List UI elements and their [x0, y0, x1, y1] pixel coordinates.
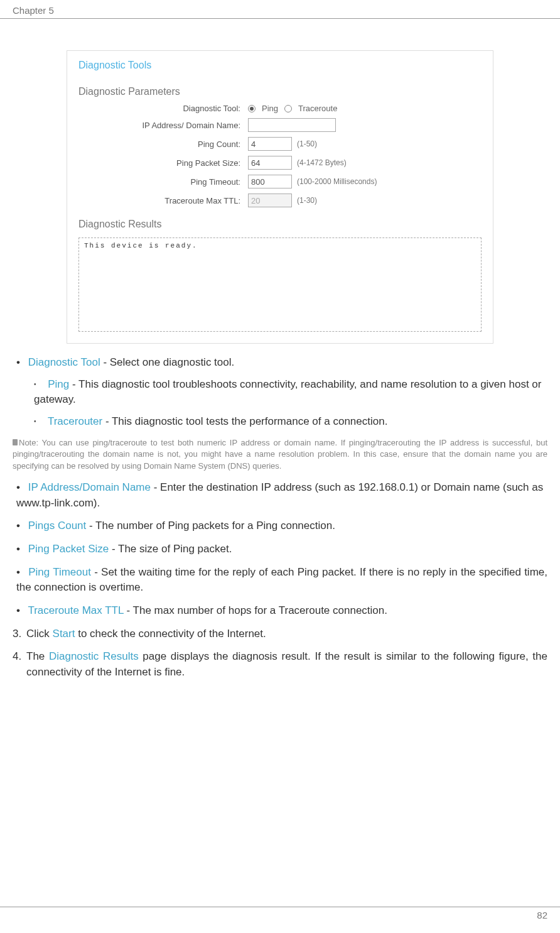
row-count: Ping Count: (1-50)	[67, 134, 493, 153]
item-ttl: Traceroute Max TTL - The max number of h…	[16, 603, 547, 619]
note-block: Note: You can use ping/traceroute to tes…	[13, 437, 547, 473]
kw-ip: IP Address/Domain Name	[28, 481, 151, 493]
kw-ping: Ping	[48, 378, 69, 390]
step-4-num: 4.	[13, 649, 26, 680]
kw-diagnostic-results: Diagnostic Results	[49, 650, 139, 662]
panel-title: Diagnostic Tools	[67, 51, 493, 77]
label-count: Ping Count:	[78, 139, 248, 149]
diagnostic-panel: Diagnostic Tools Diagnostic Parameters D…	[67, 50, 493, 344]
hint-ttl: (1-30)	[297, 196, 317, 205]
content: Diagnostic Tools Diagnostic Parameters D…	[0, 19, 560, 826]
step-3: 3. Click Start to check the connectivity…	[13, 626, 547, 642]
note-label: Note:	[19, 438, 38, 447]
subitem-tracerouter: Tracerouter - This diagnostic tool tests…	[34, 414, 547, 430]
doc-body: Diagnostic Tool - Select one diagnostic …	[13, 355, 547, 680]
params-section-title: Diagnostic Parameters	[67, 77, 493, 101]
item-ip: IP Address/Domain Name - Enter the desti…	[16, 480, 547, 511]
input-timeout[interactable]	[248, 175, 292, 188]
label-ip: IP Address/ Domain Name:	[78, 121, 248, 130]
row-ttl: Traceroute Max TTL: (1-30)	[67, 191, 493, 210]
item-count: Pings Count - The number of Ping packets…	[16, 518, 547, 534]
radio-traceroute[interactable]	[284, 105, 292, 112]
row-size: Ping Packet Size: (4-1472 Bytes)	[67, 153, 493, 172]
results-section-title: Diagnostic Results	[67, 210, 493, 234]
row-diagnostic-tool: Diagnostic Tool: Ping Traceroute	[67, 101, 493, 116]
step-4: 4. The Diagnostic Results page displays …	[13, 649, 547, 680]
label-diagnostic-tool: Diagnostic Tool:	[78, 104, 248, 113]
input-ttl	[248, 194, 292, 207]
kw-size: Ping Packet Size	[28, 543, 109, 555]
kw-count: Pings Count	[28, 520, 87, 532]
row-ip: IP Address/ Domain Name:	[67, 116, 493, 134]
kw-start: Start	[53, 628, 75, 640]
label-ttl: Traceroute Max TTL:	[78, 196, 248, 205]
item-size: Ping Packet Size - The size of Ping pack…	[16, 542, 547, 557]
hint-count: (1-50)	[297, 139, 317, 148]
kw-timeout: Ping Timeout	[28, 566, 91, 578]
radio-ping-label: Ping	[262, 104, 278, 113]
step-3-num: 3.	[13, 626, 26, 642]
results-box: This device is ready.	[78, 237, 482, 332]
input-ping-count[interactable]	[248, 137, 292, 151]
note-icon	[13, 439, 18, 445]
kw-tracerouter: Tracerouter	[48, 415, 102, 427]
hint-size: (4-1472 Bytes)	[297, 158, 347, 167]
results-text: This device is ready.	[84, 242, 198, 249]
radio-traceroute-label: Traceroute	[298, 104, 337, 113]
label-size: Ping Packet Size:	[78, 158, 248, 168]
kw-ttl: Traceroute Max TTL	[28, 604, 123, 616]
page-header: Chapter 5	[0, 0, 560, 19]
item-timeout: Ping Timeout - Set the waiting time for …	[16, 565, 547, 596]
chapter-label: Chapter 5	[13, 5, 54, 16]
input-packet-size[interactable]	[248, 156, 292, 170]
item-diagnostic-tool: Diagnostic Tool - Select one diagnostic …	[16, 355, 547, 430]
note-text: You can use ping/traceroute to test both…	[13, 438, 547, 471]
kw-diagnostic-tool: Diagnostic Tool	[28, 356, 100, 368]
row-timeout: Ping Timeout: (100-2000 Milliseconds)	[67, 172, 493, 191]
input-ip-domain[interactable]	[248, 118, 336, 132]
subitem-ping: Ping - This diagnostic tool troubleshoot…	[34, 377, 547, 408]
hint-timeout: (100-2000 Milliseconds)	[297, 177, 377, 186]
label-timeout: Ping Timeout:	[78, 177, 248, 187]
radio-ping[interactable]	[248, 105, 256, 112]
